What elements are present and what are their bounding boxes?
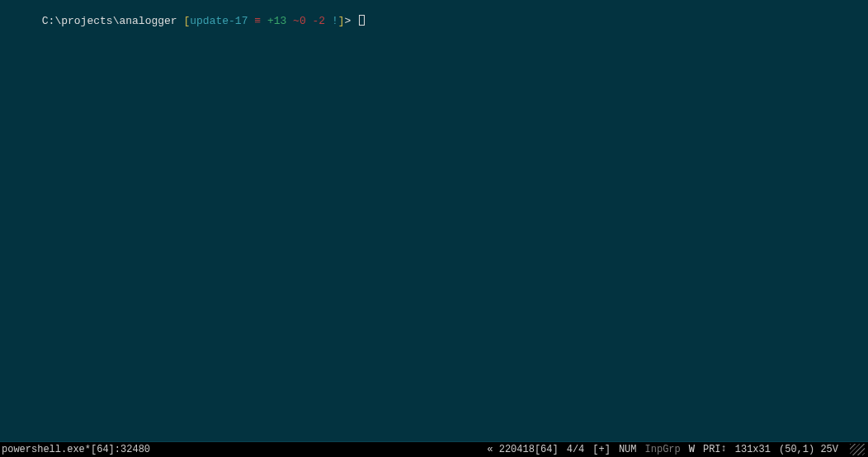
prompt-modified-count: ~0: [286, 15, 305, 27]
w-indicator: W: [689, 444, 695, 455]
console-ratio: 4/4: [567, 444, 585, 455]
prompt-line: C:\projects\analogger [update-17 ≡ +13 ~…: [3, 2, 865, 41]
prompt-git-branch: update-17: [190, 15, 248, 27]
status-right-group: « 220418[64] 4/4 [+] NUM InpGrp W PRI↕ 1…: [487, 444, 866, 455]
plus-indicator: [+]: [592, 444, 611, 455]
cursor-icon: [359, 15, 365, 26]
input-group-indicator: InpGrp: [645, 444, 681, 455]
prompt-bang-icon: !: [325, 15, 338, 27]
prompt-added-count: +13: [261, 15, 286, 27]
updown-icon: ↕: [721, 443, 727, 455]
terminal-output-area[interactable]: C:\projects\analogger [update-17 ≡ +13 ~…: [0, 0, 868, 441]
prompt-equiv-icon: ≡: [248, 15, 261, 27]
process-label: powershell.exe*[64]:32480: [2, 444, 150, 455]
prompt-open-bracket: [: [177, 15, 191, 27]
prompt-path: C:\projects\analogger: [42, 15, 177, 27]
cursor-position-indicator: (50,1) 25V: [779, 444, 838, 455]
prompt-deleted-count: -2: [306, 15, 325, 27]
terminal-window: C:\projects\analogger [update-17 ≡ +13 ~…: [0, 0, 868, 457]
buffer-id: 220418[64]: [499, 444, 559, 455]
status-bar: powershell.exe*[64]:32480 « 220418[64] 4…: [0, 441, 868, 457]
resize-grip-icon[interactable]: [850, 444, 865, 455]
status-process: powershell.exe*[64]:32480: [2, 444, 150, 455]
priority-indicator: PRI↕: [703, 444, 727, 455]
dimensions-indicator: 131x31: [735, 444, 771, 455]
prompt-close-bracket: ]: [338, 15, 345, 27]
guillemet-icon: « 220418[64]: [487, 444, 558, 455]
prompt-angle: >: [345, 15, 351, 27]
num-lock-indicator: NUM: [619, 444, 637, 455]
